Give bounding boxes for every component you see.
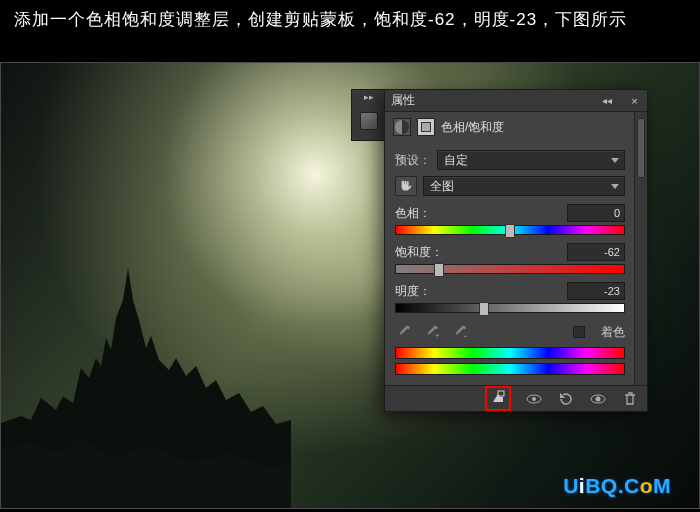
saturation-label: 饱和度： — [395, 244, 443, 261]
hue-spectrum-top — [395, 347, 625, 359]
svg-point-4 — [596, 396, 601, 401]
channel-value: 全图 — [430, 178, 454, 195]
hue-slider-row: 色相： — [395, 204, 625, 235]
saturation-slider-row: 饱和度： — [395, 243, 625, 274]
watermark: UiBQ.CoM — [563, 474, 671, 498]
preset-select[interactable]: 自定 — [437, 150, 625, 170]
svg-point-2 — [532, 397, 536, 401]
scrubby-hand-icon[interactable] — [395, 176, 417, 196]
panel-scrollbar[interactable] — [634, 112, 647, 385]
saturation-value-input[interactable] — [567, 243, 625, 261]
adjustment-icon[interactable] — [393, 118, 411, 136]
hue-spectrum-bottom — [395, 363, 625, 375]
close-icon[interactable]: × — [628, 94, 641, 107]
panel-footer — [385, 385, 647, 411]
collapse-arrows-icon[interactable]: ▸▸ — [352, 90, 385, 106]
lightness-slider-row: 明度： — [395, 282, 625, 313]
lightness-value-input[interactable] — [567, 282, 625, 300]
hue-value-input[interactable] — [567, 204, 625, 222]
adjustment-type-row: 色相/饱和度 — [385, 112, 647, 140]
mask-icon[interactable] — [417, 118, 435, 136]
lightness-label: 明度： — [395, 283, 431, 300]
hue-label: 色相： — [395, 205, 431, 222]
saturation-thumb[interactable] — [434, 263, 444, 277]
eyedropper-add-icon[interactable] — [423, 323, 441, 341]
view-previous-state-button[interactable] — [525, 391, 543, 407]
delete-button[interactable] — [621, 391, 639, 407]
hue-track[interactable] — [395, 225, 625, 235]
saturation-track[interactable] — [395, 264, 625, 274]
lightness-thumb[interactable] — [479, 302, 489, 316]
preset-label: 预设： — [395, 152, 431, 169]
panel-collapse-icon[interactable]: ◂◂ — [602, 95, 612, 106]
channel-select[interactable]: 全图 — [423, 176, 625, 196]
instruction-caption: 添加一个色相饱和度调整层，创建剪贴蒙板，饱和度-62，明度-23，下图所示 — [14, 8, 690, 31]
hue-thumb[interactable] — [505, 224, 515, 238]
dock-tab[interactable]: ▸▸ — [351, 89, 385, 141]
scrollbar-thumb[interactable] — [637, 118, 645, 178]
colorize-checkbox[interactable] — [573, 326, 585, 338]
clip-to-layer-button[interactable] — [489, 389, 507, 405]
properties-panel: 属性 ◂◂ × 色相/饱和度 预设： 自定 全图 — [384, 89, 648, 412]
panel-dock-icon[interactable] — [360, 112, 378, 130]
preset-value: 自定 — [444, 152, 468, 169]
adjustment-name: 色相/饱和度 — [441, 119, 504, 136]
panel-title: 属性 — [391, 92, 415, 109]
clip-to-layer-highlight — [485, 386, 511, 411]
panel-header: 属性 ◂◂ × — [385, 90, 647, 112]
channel-row: 全图 — [395, 176, 625, 196]
colorize-label: 着色 — [601, 324, 625, 341]
preset-row: 预设： 自定 — [395, 150, 625, 170]
panel-body: 预设： 自定 全图 色相： 饱和度： — [385, 140, 647, 385]
eyedropper-icon[interactable] — [395, 323, 413, 341]
lightness-track[interactable] — [395, 303, 625, 313]
svg-rect-0 — [498, 391, 504, 396]
toggle-visibility-button[interactable] — [589, 391, 607, 407]
eyedropper-row: 着色 — [395, 323, 625, 341]
castle-silhouette — [1, 248, 291, 508]
eyedropper-subtract-icon[interactable] — [451, 323, 469, 341]
reset-button[interactable] — [557, 391, 575, 407]
